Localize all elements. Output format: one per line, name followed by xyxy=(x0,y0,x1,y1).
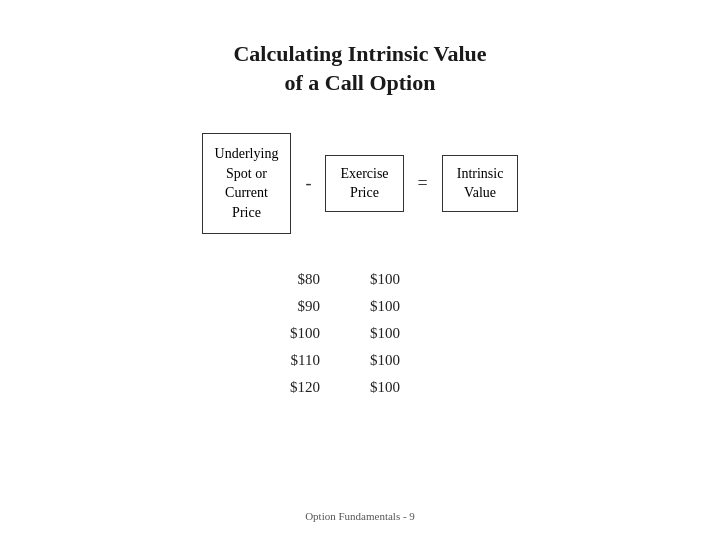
price-cell: $80 xyxy=(190,266,350,293)
slide-title: Calculating Intrinsic Value of a Call Op… xyxy=(233,40,486,97)
minus-operator: - xyxy=(301,173,315,194)
formula-row: Underlying Spot or Current Price - Exerc… xyxy=(202,133,519,233)
slide-container: Calculating Intrinsic Value of a Call Op… xyxy=(0,0,720,540)
exercise-cell: $100 xyxy=(350,374,530,401)
table-row: $120$100 xyxy=(190,374,530,401)
box-intrinsic-value: Intrinsic Value xyxy=(442,155,519,212)
title-line2: of a Call Option xyxy=(285,70,436,95)
box-underlying: Underlying Spot or Current Price xyxy=(202,133,292,233)
underlying-line4: Price xyxy=(232,205,261,220)
exercise-cell: $100 xyxy=(350,266,530,293)
price-cell: $120 xyxy=(190,374,350,401)
table-row: $80$100 xyxy=(190,266,530,293)
table-row: $100$100 xyxy=(190,320,530,347)
underlying-line2: Spot or xyxy=(226,166,267,181)
footer: Option Fundamentals - 9 xyxy=(305,510,415,522)
intrinsic-line1: Intrinsic xyxy=(457,166,504,181)
equals-operator: = xyxy=(414,173,432,194)
exercise-line2: Price xyxy=(350,185,379,200)
data-table: $80$100$90$100$100$100$110$100$120$100 xyxy=(190,266,530,401)
box-exercise-price: Exercise Price xyxy=(325,155,403,212)
table-row: $110$100 xyxy=(190,347,530,374)
price-cell: $90 xyxy=(190,293,350,320)
exercise-cell: $100 xyxy=(350,320,530,347)
title-line1: Calculating Intrinsic Value xyxy=(233,41,486,66)
table-row: $90$100 xyxy=(190,293,530,320)
exercise-cell: $100 xyxy=(350,347,530,374)
intrinsic-line2: Value xyxy=(464,185,496,200)
underlying-line1: Underlying xyxy=(215,146,279,161)
underlying-line3: Current xyxy=(225,185,268,200)
exercise-line1: Exercise xyxy=(340,166,388,181)
price-cell: $100 xyxy=(190,320,350,347)
price-cell: $110 xyxy=(190,347,350,374)
exercise-cell: $100 xyxy=(350,293,530,320)
